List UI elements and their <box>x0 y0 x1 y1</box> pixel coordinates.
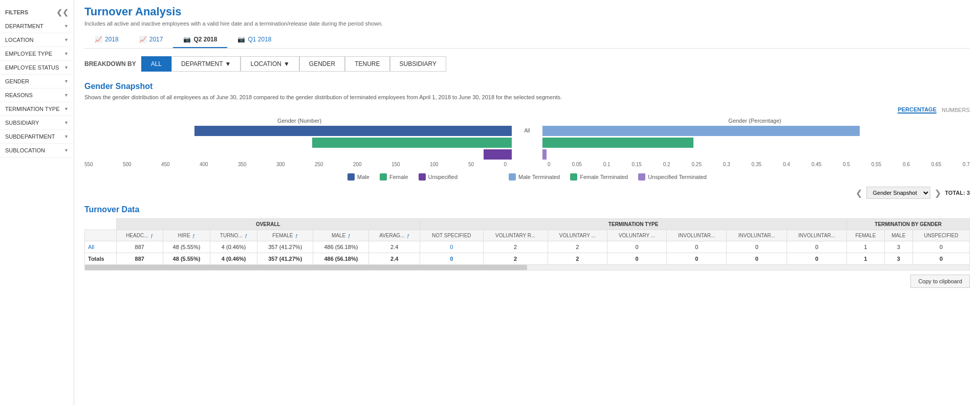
view-toggle: PERCENTAGE NUMBERS <box>84 106 970 114</box>
copy-to-clipboard-button[interactable]: Copy to clipboard <box>910 275 970 288</box>
sidebar-item-reasons[interactable]: REASONS ▼ <box>0 88 74 102</box>
sidebar-item-label: EMPLOYEE STATUS <box>5 64 59 71</box>
th-female[interactable]: FEMALE ƒ <box>257 230 313 241</box>
trend-icon-2018: 📈 <box>95 36 102 43</box>
filters-label: FILTERS <box>5 9 28 15</box>
turnover-data-section: Turnover Data OVERALL TERMINATION TYPE T… <box>84 205 970 288</box>
breakdown-btn-gender[interactable]: GENDER <box>299 56 345 72</box>
page-subtitle: Includes all active and inactive employe… <box>84 20 970 27</box>
next-arrow[interactable]: ❯ <box>934 188 941 198</box>
camera-icon-q1: 📷 <box>237 36 245 43</box>
th-turnover[interactable]: TURNO... ƒ <box>210 230 257 241</box>
th-male[interactable]: MALE ƒ <box>313 230 369 241</box>
col-group-termination-type: TERMINATION TYPE <box>420 219 847 230</box>
sidebar-item-label: LOCATION <box>5 37 33 43</box>
th-row-label <box>85 230 117 241</box>
male-term-bar-fill <box>542 126 860 136</box>
right-x-axis: 0 0.05 0.1 0.15 0.2 0.25 0.3 0.35 0.4 0.… <box>545 162 970 167</box>
sidebar-item-gender[interactable]: GENDER ▼ <box>0 75 74 88</box>
th-vol-1[interactable]: VOLUNTARY ... <box>548 230 607 241</box>
percentage-toggle[interactable]: PERCENTAGE <box>898 106 937 114</box>
col-group-termination-gender: TERMINATION BY GENDER <box>847 219 970 230</box>
sidebar-item-employee-type[interactable]: EMPLOYEE TYPE ▼ <box>0 47 74 61</box>
tab-q1-2018[interactable]: 📷 Q1 2018 <box>227 32 281 48</box>
sidebar-item-label: REASONS <box>5 92 33 98</box>
sidebar-item-termination-type[interactable]: TERMINATION TYPE ▼ <box>0 102 74 116</box>
gender-snapshot-section: Gender Snapshot Shows the gender distrib… <box>84 82 970 199</box>
table-scrollbar[interactable] <box>84 264 970 271</box>
cell-hire: 48 (5.55%) <box>163 241 210 253</box>
legend-label-female-terminated: Female Terminated <box>580 174 628 180</box>
unspecified-bar-fill <box>484 149 512 160</box>
center-label-all: All <box>524 126 530 136</box>
sidebar-item-subsidiary[interactable]: SUBSIDIARY ▼ <box>0 116 74 130</box>
th-not-specified[interactable]: NOT SPECIFIED <box>420 230 484 241</box>
th-invol-1[interactable]: INVOLUNTAR... <box>667 230 727 241</box>
totals-hire: 48 (5.55%) <box>163 253 210 265</box>
legend-color-male <box>347 173 355 181</box>
legend-male: Male <box>347 173 369 181</box>
dropdown-icon: ▼ <box>284 60 290 68</box>
tab-q2-2018[interactable]: 📷 Q2 2018 <box>173 32 227 48</box>
breakdown-btn-department[interactable]: DEPARTMENT ▼ <box>171 56 241 72</box>
cell-invol-3: 0 <box>787 241 846 253</box>
snapshot-select[interactable]: Gender Snapshot <box>866 187 930 199</box>
legend-label-female: Female <box>389 174 408 180</box>
th-hire[interactable]: HIRE ƒ <box>163 230 210 241</box>
chevron-down-icon: ▼ <box>64 120 69 125</box>
legend-color-female <box>380 173 387 181</box>
cell-term-unspecified: 0 <box>913 241 970 253</box>
totals-vol-1: 2 <box>548 253 607 265</box>
chevron-down-icon: ▼ <box>64 37 69 42</box>
breakdown-btn-tenure[interactable]: TENURE <box>345 56 389 72</box>
sidebar-item-location[interactable]: LOCATION ▼ <box>0 33 74 47</box>
trend-icon-2017: 📈 <box>139 36 147 43</box>
th-term-female[interactable]: FEMALE <box>847 230 884 241</box>
th-term-male[interactable]: MALE <box>884 230 913 241</box>
turnover-data-title: Turnover Data <box>84 205 970 214</box>
chart-header-right: Gender (Percentage) <box>540 118 970 124</box>
th-invol-2[interactable]: INVOLUNTAR... <box>727 230 787 241</box>
th-headcount[interactable]: HEADC... ƒ <box>116 230 163 241</box>
cell-average: 2.4 <box>369 241 420 253</box>
unspecified-term-bar-fill <box>542 149 547 160</box>
sidebar-item-department[interactable]: DEPARTMENT ▼ <box>0 19 74 33</box>
th-average[interactable]: AVERAG... ƒ <box>369 230 420 241</box>
th-invol-3[interactable]: INVOLUNTAR... <box>787 230 846 241</box>
totals-term-male: 3 <box>884 253 913 265</box>
cell-headcount: 887 <box>116 241 163 253</box>
sidebar-item-sublocation[interactable]: SUBLOCATION ▼ <box>0 144 74 158</box>
left-x-axis: 550 500 450 400 350 300 250 200 150 100 … <box>84 162 519 167</box>
turnover-table: OVERALL TERMINATION TYPE TERMINATION BY … <box>84 218 970 265</box>
gender-snapshot-title: Gender Snapshot <box>84 82 970 91</box>
prev-arrow[interactable]: ❮ <box>856 188 862 198</box>
tab-2018[interactable]: 📈 2018 <box>84 32 129 48</box>
sidebar-item-employee-status[interactable]: EMPLOYEE STATUS ▼ <box>0 61 74 75</box>
table-scroll-area[interactable]: OVERALL TERMINATION TYPE TERMINATION BY … <box>84 218 970 265</box>
th-term-unspecified[interactable]: UNSPECIFIED <box>913 230 970 241</box>
breakdown-btn-subsidiary[interactable]: SUBSIDIARY <box>390 56 446 72</box>
th-vol-r[interactable]: VOLUNTARY R... <box>483 230 548 241</box>
legend-female-terminated: Female Terminated <box>570 173 628 181</box>
totals-vol-2: 0 <box>607 253 666 265</box>
legend-color-unspecified <box>419 173 426 181</box>
tab-2017[interactable]: 📈 2017 <box>129 32 173 48</box>
legend-male-terminated: Male Terminated <box>509 173 560 181</box>
female-bar-left <box>312 138 512 148</box>
breakdown-btn-location[interactable]: LOCATION ▼ <box>241 56 299 72</box>
th-vol-2[interactable]: VOLUNTARY ... <box>607 230 666 241</box>
numbers-toggle[interactable]: NUMBERS <box>942 107 970 113</box>
cell-not-specified: 0 <box>420 241 484 253</box>
totals-male: 486 (56.18%) <box>313 253 369 265</box>
table-row-totals: Totals 887 48 (5.55%) 4 (0.46%) 357 (41.… <box>85 253 970 265</box>
left-bars <box>84 126 514 160</box>
breakdown-btn-all[interactable]: ALL <box>141 56 171 72</box>
sidebar-item-subdepartment[interactable]: SUBDEPARTMENT ▼ <box>0 130 74 144</box>
dropdown-icon: ▼ <box>225 60 231 68</box>
collapse-icon[interactable]: ❮❮ <box>56 8 69 16</box>
table-row: All 887 48 (5.55%) 4 (0.46%) 357 (41.27%… <box>85 241 970 253</box>
totals-turnover: 4 (0.46%) <box>210 253 257 265</box>
totals-headcount: 887 <box>116 253 163 265</box>
female-term-bar-right <box>542 138 693 148</box>
col-header-empty <box>85 219 117 230</box>
